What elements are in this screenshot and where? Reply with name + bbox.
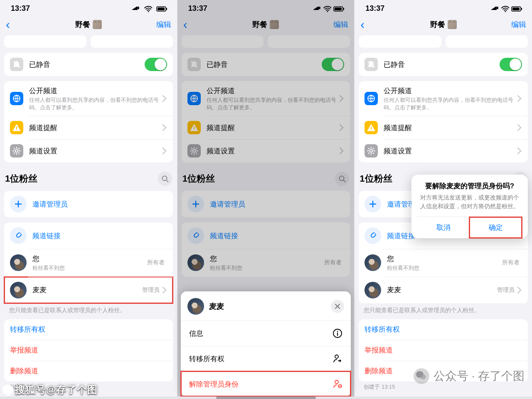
chevron-right-icon bbox=[162, 286, 167, 294]
invite-admin-row[interactable]: 邀请管理员 bbox=[4, 191, 173, 217]
user-minus-icon bbox=[332, 379, 342, 389]
chevron-right-icon bbox=[162, 147, 167, 155]
member-sheet: 麦麦 信息 转移所有权 解除管理员身份 bbox=[181, 291, 351, 397]
invite-card: 邀请管理员 bbox=[4, 191, 173, 217]
delete-row[interactable]: 删除频道 bbox=[4, 361, 173, 382]
sheet-avatar bbox=[187, 298, 204, 315]
edit-button[interactable]: 编辑 bbox=[156, 20, 171, 30]
delete-label: 删除频道 bbox=[10, 366, 38, 376]
public-subtitle: 任何人都可以看到您共享的内容，但看不到您的电话号码。点击了解更多。 bbox=[29, 96, 162, 111]
phone-3: 13:37 ‹ 野餐 编辑 已静音 公开频道任何人都可以看到您共享的内容，但看不… bbox=[355, 0, 532, 399]
avatar-admin bbox=[10, 282, 27, 298]
search-button[interactable] bbox=[158, 172, 172, 186]
reminder-label: 频道提醒 bbox=[29, 123, 162, 133]
sheet-transfer-row[interactable]: 转移所有权 bbox=[181, 346, 351, 371]
alert-icon bbox=[10, 121, 23, 134]
sohu-icon bbox=[2, 384, 13, 395]
sheet-transfer-label: 转移所有权 bbox=[189, 354, 224, 364]
channel-avatar-icon bbox=[93, 20, 102, 29]
invite-label: 邀请管理员 bbox=[32, 200, 68, 209]
globe-icon bbox=[10, 92, 23, 105]
member-admin-row[interactable]: 麦麦 管理员 bbox=[4, 277, 173, 303]
back-button[interactable]: ‹ bbox=[360, 18, 365, 31]
avatar-you bbox=[10, 254, 27, 271]
watermark-left: 搜狐号@存了个图 bbox=[2, 383, 98, 397]
segment-1[interactable] bbox=[4, 35, 86, 48]
channel-link-label: 频道链接 bbox=[32, 231, 61, 241]
members-card: 频道链接 您 粉丝看不到您 所有者 麦麦 管理员 bbox=[4, 222, 173, 303]
actions-card: 转移所有权 举报频道 删除频道 bbox=[4, 319, 173, 382]
edit-button[interactable]: 编辑 bbox=[333, 20, 348, 30]
channel-card: 公开频道 任何人都可以看到您共享的内容，但看不到您的电话号码。点击了解更多。 频… bbox=[4, 81, 173, 163]
report-label: 举报频道 bbox=[10, 345, 38, 355]
popover-title: 要解除麦麦的管理员身份吗? bbox=[417, 181, 522, 191]
back-button[interactable]: ‹ bbox=[183, 18, 187, 31]
signal-icon bbox=[132, 6, 140, 11]
popover-body: 对方将无法发送更新，或更改频道的个人信息和设置，但对方将仍然是粉丝。 bbox=[417, 193, 522, 217]
nav-title: 野餐 bbox=[0, 20, 177, 30]
you-role: 所有者 bbox=[147, 259, 165, 266]
followers-header: 1位粉丝 bbox=[0, 172, 177, 186]
mute-row[interactable]: 已静音 bbox=[4, 53, 173, 76]
segment-2[interactable] bbox=[91, 35, 173, 48]
chevron-right-icon bbox=[162, 124, 167, 131]
transfer-label: 转移所有权 bbox=[10, 325, 45, 334]
link-icon bbox=[7, 224, 30, 248]
popover-cancel-button[interactable]: 取消 bbox=[417, 217, 470, 238]
report-row[interactable]: 举报频道 bbox=[4, 340, 173, 361]
scroll-indicator bbox=[0, 397, 532, 399]
popover-ok-button[interactable]: 确定 bbox=[469, 217, 522, 238]
admin-name: 麦麦 bbox=[32, 285, 142, 295]
battery-icon bbox=[156, 5, 168, 12]
mute-switch[interactable] bbox=[145, 58, 167, 71]
sheet-info-label: 信息 bbox=[189, 329, 203, 338]
info-icon bbox=[332, 328, 342, 338]
channel-link-row[interactable]: 频道链接 bbox=[4, 222, 173, 249]
settings-label: 频道设置 bbox=[29, 146, 162, 156]
followers-note: 您只能查看已是联系人或管理员的个人粉丝。 bbox=[0, 303, 177, 314]
gear-icon bbox=[10, 144, 23, 158]
public-channel-row[interactable]: 公开频道 任何人都可以看到您共享的内容，但看不到您的电话号码。点击了解更多。 bbox=[4, 81, 173, 116]
wifi-icon bbox=[144, 5, 152, 12]
followers-title: 1位粉丝 bbox=[5, 172, 37, 185]
bell-off-icon bbox=[10, 58, 23, 71]
sheet-revoke-label: 解除管理员身份 bbox=[189, 379, 239, 389]
reminder-row[interactable]: 频道提醒 bbox=[4, 116, 173, 139]
confirm-popover: 要解除麦麦的管理员身份吗? 对方将无法发送更新，或更改频道的个人信息和设置，但对… bbox=[411, 175, 528, 238]
wechat-icon bbox=[414, 368, 429, 384]
you-name: 您 bbox=[32, 254, 147, 264]
transfer-row[interactable]: 转移所有权 bbox=[4, 319, 173, 340]
mute-card: 已静音 bbox=[4, 53, 173, 76]
user-arrow-icon bbox=[332, 354, 342, 364]
status-time: 13:37 bbox=[11, 4, 30, 13]
settings-row[interactable]: 频道设置 bbox=[4, 139, 173, 163]
watermark-right: 公众号 · 存了个图 bbox=[414, 368, 525, 384]
nav-bar: ‹ 野餐 编辑 bbox=[0, 15, 177, 34]
status-bar: 13:37 bbox=[0, 0, 177, 15]
plus-icon bbox=[10, 196, 27, 212]
phone-1: 13:37 ‹ 野餐 编辑 已静音 公开频道 任何人都可以看到您共享的内容，但看… bbox=[0, 0, 177, 399]
public-title: 公开频道 bbox=[29, 86, 162, 96]
segment-row bbox=[0, 35, 177, 48]
status-time: 13:37 bbox=[188, 4, 207, 13]
status-time: 13:37 bbox=[365, 4, 384, 13]
back-button[interactable]: ‹ bbox=[6, 18, 10, 31]
status-icons bbox=[130, 4, 168, 13]
sheet-info-row[interactable]: 信息 bbox=[181, 320, 351, 346]
sheet-close-button[interactable] bbox=[331, 300, 344, 313]
sheet-revoke-row[interactable]: 解除管理员身份 bbox=[181, 371, 351, 397]
you-note: 粉丝看不到您 bbox=[32, 264, 147, 272]
admin-role: 管理员 bbox=[142, 286, 160, 294]
sheet-title: 麦麦 bbox=[209, 301, 331, 311]
mute-label: 已静音 bbox=[29, 60, 145, 69]
phone-2: 13:37 ‹ 野餐 编辑 已静音 公开频道任何人都可以看到您共享的内容，但看不… bbox=[177, 0, 355, 399]
chevron-right-icon bbox=[162, 95, 167, 102]
member-you-row[interactable]: 您 粉丝看不到您 所有者 bbox=[4, 249, 173, 277]
edit-button[interactable]: 编辑 bbox=[511, 20, 526, 30]
